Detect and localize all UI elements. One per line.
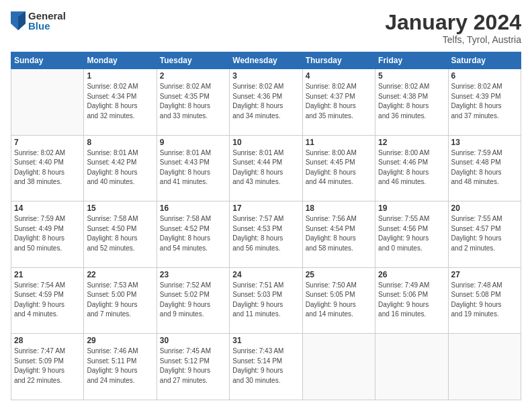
calendar-cell: 24Sunrise: 7:51 AMSunset: 5:03 PMDayligh… xyxy=(230,267,302,334)
header-saturday: Saturday xyxy=(448,52,521,69)
day-info: Sunrise: 7:43 AMSunset: 5:14 PMDaylight:… xyxy=(232,347,299,385)
calendar-week-row-1: 1Sunrise: 8:02 AMSunset: 4:34 PMDaylight… xyxy=(11,69,521,136)
day-info: Sunrise: 8:01 AMSunset: 4:44 PMDaylight:… xyxy=(232,148,299,187)
day-number: 28 xyxy=(14,336,81,345)
header-thursday: Thursday xyxy=(302,52,375,69)
header-friday: Friday xyxy=(375,52,448,69)
day-number: 16 xyxy=(160,203,226,213)
calendar-week-row-2: 7Sunrise: 8:02 AMSunset: 4:40 PMDaylight… xyxy=(11,135,521,201)
day-info: Sunrise: 7:54 AMSunset: 4:59 PMDaylight:… xyxy=(14,281,81,320)
calendar-cell: 1Sunrise: 8:02 AMSunset: 4:34 PMDaylight… xyxy=(84,69,157,136)
header-sunday: Sunday xyxy=(11,52,84,69)
day-number: 31 xyxy=(232,336,299,345)
calendar-header-row: Sunday Monday Tuesday Wednesday Thursday… xyxy=(11,52,521,69)
calendar-cell: 28Sunrise: 7:47 AMSunset: 5:09 PMDayligh… xyxy=(11,334,84,400)
main-title: January 2024 xyxy=(385,11,521,34)
header: General Blue January 2024 Telfs, Tyrol, … xyxy=(11,11,521,45)
header-monday: Monday xyxy=(84,52,157,69)
day-info: Sunrise: 7:52 AMSunset: 5:02 PMDaylight:… xyxy=(160,281,226,320)
day-info: Sunrise: 7:51 AMSunset: 5:03 PMDaylight:… xyxy=(232,281,299,320)
day-number: 9 xyxy=(160,138,226,147)
calendar-cell: 29Sunrise: 7:46 AMSunset: 5:11 PMDayligh… xyxy=(84,334,157,400)
calendar-cell: 31Sunrise: 7:43 AMSunset: 5:14 PMDayligh… xyxy=(230,334,302,400)
day-info: Sunrise: 7:47 AMSunset: 5:09 PMDaylight:… xyxy=(14,347,81,385)
day-info: Sunrise: 8:02 AMSunset: 4:37 PMDaylight:… xyxy=(306,82,372,121)
day-info: Sunrise: 7:50 AMSunset: 5:05 PMDaylight:… xyxy=(306,281,372,320)
calendar-cell: 5Sunrise: 8:02 AMSunset: 4:38 PMDaylight… xyxy=(375,69,448,136)
calendar-cell: 27Sunrise: 7:48 AMSunset: 5:08 PMDayligh… xyxy=(448,267,521,334)
calendar-cell: 13Sunrise: 7:59 AMSunset: 4:48 PMDayligh… xyxy=(448,135,521,201)
day-info: Sunrise: 7:49 AMSunset: 5:06 PMDaylight:… xyxy=(378,281,445,320)
day-info: Sunrise: 7:45 AMSunset: 5:12 PMDaylight:… xyxy=(160,347,226,385)
calendar-cell: 3Sunrise: 8:02 AMSunset: 4:36 PMDaylight… xyxy=(230,69,302,136)
calendar-cell: 26Sunrise: 7:49 AMSunset: 5:06 PMDayligh… xyxy=(375,267,448,334)
calendar-table: Sunday Monday Tuesday Wednesday Thursday… xyxy=(11,52,521,400)
day-number: 30 xyxy=(160,336,226,345)
day-number: 13 xyxy=(451,138,518,147)
day-info: Sunrise: 7:55 AMSunset: 4:57 PMDaylight:… xyxy=(451,214,518,253)
day-info: Sunrise: 8:01 AMSunset: 4:43 PMDaylight:… xyxy=(160,148,226,187)
calendar-cell: 20Sunrise: 7:55 AMSunset: 4:57 PMDayligh… xyxy=(448,201,521,268)
day-number: 5 xyxy=(378,71,445,81)
calendar-cell: 16Sunrise: 7:58 AMSunset: 4:52 PMDayligh… xyxy=(157,201,229,268)
day-info: Sunrise: 7:59 AMSunset: 4:48 PMDaylight:… xyxy=(451,148,518,187)
day-number: 21 xyxy=(14,270,81,279)
calendar-cell xyxy=(11,69,84,136)
page: General Blue January 2024 Telfs, Tyrol, … xyxy=(0,0,532,411)
day-number: 18 xyxy=(306,203,372,213)
calendar-cell: 4Sunrise: 8:02 AMSunset: 4:37 PMDaylight… xyxy=(302,69,375,136)
day-number: 20 xyxy=(451,203,518,213)
day-number: 8 xyxy=(87,138,153,147)
day-info: Sunrise: 8:02 AMSunset: 4:39 PMDaylight:… xyxy=(451,82,518,121)
calendar-cell: 8Sunrise: 8:01 AMSunset: 4:42 PMDaylight… xyxy=(84,135,157,201)
logo-icon xyxy=(11,11,26,30)
calendar-cell: 21Sunrise: 7:54 AMSunset: 4:59 PMDayligh… xyxy=(11,267,84,334)
day-info: Sunrise: 7:58 AMSunset: 4:50 PMDaylight:… xyxy=(87,214,153,253)
day-number: 23 xyxy=(160,270,226,279)
calendar-cell: 2Sunrise: 8:02 AMSunset: 4:35 PMDaylight… xyxy=(157,69,229,136)
day-number: 1 xyxy=(87,71,153,81)
calendar-cell: 11Sunrise: 8:00 AMSunset: 4:45 PMDayligh… xyxy=(302,135,375,201)
day-info: Sunrise: 8:02 AMSunset: 4:34 PMDaylight:… xyxy=(87,82,153,121)
calendar-cell: 9Sunrise: 8:01 AMSunset: 4:43 PMDaylight… xyxy=(157,135,229,201)
calendar-cell xyxy=(375,334,448,400)
logo: General Blue xyxy=(11,11,66,31)
calendar-cell: 18Sunrise: 7:56 AMSunset: 4:54 PMDayligh… xyxy=(302,201,375,268)
calendar-cell: 6Sunrise: 8:02 AMSunset: 4:39 PMDaylight… xyxy=(448,69,521,136)
calendar-cell: 12Sunrise: 8:00 AMSunset: 4:46 PMDayligh… xyxy=(375,135,448,201)
day-number: 6 xyxy=(451,71,518,81)
calendar-week-row-4: 21Sunrise: 7:54 AMSunset: 4:59 PMDayligh… xyxy=(11,267,521,334)
day-info: Sunrise: 8:00 AMSunset: 4:45 PMDaylight:… xyxy=(306,148,372,187)
calendar-week-row-5: 28Sunrise: 7:47 AMSunset: 5:09 PMDayligh… xyxy=(11,334,521,400)
day-info: Sunrise: 7:53 AMSunset: 5:00 PMDaylight:… xyxy=(87,281,153,320)
logo-text: General Blue xyxy=(28,11,66,31)
day-info: Sunrise: 7:55 AMSunset: 4:56 PMDaylight:… xyxy=(378,214,445,253)
day-info: Sunrise: 8:02 AMSunset: 4:36 PMDaylight:… xyxy=(232,82,299,121)
day-number: 14 xyxy=(14,203,81,213)
calendar-cell: 25Sunrise: 7:50 AMSunset: 5:05 PMDayligh… xyxy=(302,267,375,334)
calendar-cell: 30Sunrise: 7:45 AMSunset: 5:12 PMDayligh… xyxy=(157,334,229,400)
day-number: 26 xyxy=(378,270,445,279)
calendar-cell: 7Sunrise: 8:02 AMSunset: 4:40 PMDaylight… xyxy=(11,135,84,201)
calendar-cell: 22Sunrise: 7:53 AMSunset: 5:00 PMDayligh… xyxy=(84,267,157,334)
day-number: 7 xyxy=(14,138,81,147)
day-info: Sunrise: 7:58 AMSunset: 4:52 PMDaylight:… xyxy=(160,214,226,253)
calendar-cell xyxy=(448,334,521,400)
calendar-week-row-3: 14Sunrise: 7:59 AMSunset: 4:49 PMDayligh… xyxy=(11,201,521,268)
day-number: 29 xyxy=(87,336,153,345)
calendar-cell: 14Sunrise: 7:59 AMSunset: 4:49 PMDayligh… xyxy=(11,201,84,268)
logo-general: General xyxy=(28,11,66,21)
logo-blue: Blue xyxy=(28,21,66,31)
day-number: 24 xyxy=(232,270,299,279)
day-info: Sunrise: 8:00 AMSunset: 4:46 PMDaylight:… xyxy=(378,148,445,187)
calendar-cell: 15Sunrise: 7:58 AMSunset: 4:50 PMDayligh… xyxy=(84,201,157,268)
day-info: Sunrise: 8:02 AMSunset: 4:40 PMDaylight:… xyxy=(14,148,81,187)
day-info: Sunrise: 7:46 AMSunset: 5:11 PMDaylight:… xyxy=(87,347,153,385)
calendar-cell xyxy=(302,334,375,400)
day-info: Sunrise: 8:01 AMSunset: 4:42 PMDaylight:… xyxy=(87,148,153,187)
day-info: Sunrise: 8:02 AMSunset: 4:38 PMDaylight:… xyxy=(378,82,445,121)
calendar-cell: 10Sunrise: 8:01 AMSunset: 4:44 PMDayligh… xyxy=(230,135,302,201)
day-number: 10 xyxy=(232,138,299,147)
day-number: 25 xyxy=(306,270,372,279)
day-number: 2 xyxy=(160,71,226,81)
